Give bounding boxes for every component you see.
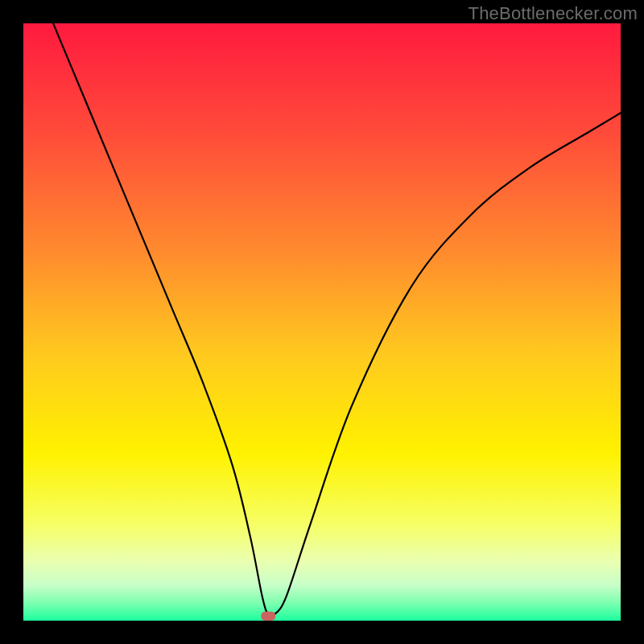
chart-marker bbox=[261, 612, 275, 621]
watermark-text: TheBottlenecker.com bbox=[469, 3, 638, 24]
chart-svg bbox=[23, 23, 621, 621]
chart-frame: TheBottlenecker.com bbox=[0, 0, 644, 644]
chart-background bbox=[23, 23, 621, 621]
chart-plot-area bbox=[23, 23, 621, 621]
